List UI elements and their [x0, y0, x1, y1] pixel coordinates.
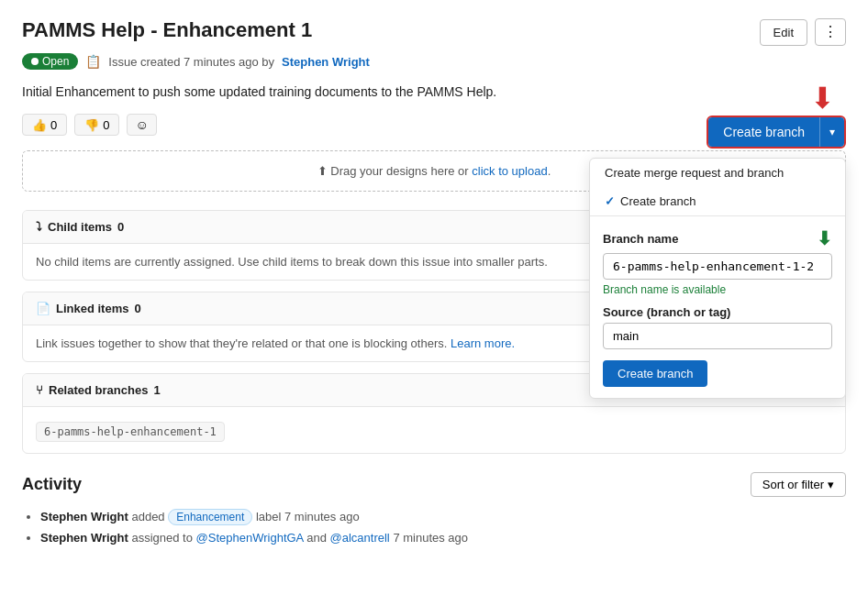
linked-items-text: Link issues together to show that they'r… [36, 336, 447, 350]
thumbs-up-count: 0 [50, 118, 57, 132]
thumbs-up-button[interactable]: 👍 0 [22, 114, 67, 136]
create-branch-submit-button[interactable]: Create branch [603, 360, 707, 387]
activity-action-2: assigned to [131, 531, 195, 545]
create-branch-chevron-button[interactable]: ▾ [819, 117, 844, 147]
branch-icon: ⑂ [36, 383, 43, 397]
connector: and [306, 531, 329, 545]
green-arrow-icon: ⬇ [817, 227, 832, 249]
activity-title: Activity [22, 475, 82, 494]
activity-author-2: Stephen Wright [40, 531, 128, 545]
activity-header: Activity Sort or filter ▾ [22, 472, 846, 497]
sort-filter-button[interactable]: Sort or filter ▾ [751, 472, 846, 497]
more-button[interactable]: ⋮ [815, 18, 846, 46]
dropdown-form: Branch name ⬇ Branch name is available S… [590, 216, 845, 398]
header-actions: Edit ⋮ [760, 18, 846, 46]
status-badge: Open [22, 53, 78, 70]
activity-suffix-1: label 7 minutes ago [256, 510, 360, 523]
user-link-2[interactable]: @alcantrell [330, 531, 390, 545]
activity-list: Stephen Wright added Enhancement label 7… [22, 510, 846, 545]
activity-author-1: Stephen Wright [40, 510, 128, 523]
source-input[interactable] [603, 323, 832, 349]
dropdown-item-label-1: Create merge request and branch [605, 166, 784, 180]
thumbs-down-count: 0 [103, 118, 109, 132]
thumbs-up-icon: 👍 [32, 118, 47, 132]
activity-action-1: added [131, 510, 168, 523]
linked-items-icon: 📄 [36, 302, 50, 315]
child-items-text: No child items are currently assigned. U… [36, 255, 548, 269]
emoji-icon: ☺ [135, 117, 148, 132]
issue-meta: Open 📋 Issue created 7 minutes ago by St… [22, 53, 846, 70]
label-badge: Enhancement [168, 509, 252, 525]
author-link[interactable]: Stephen Wright [282, 55, 370, 69]
create-branch-wrapper: Create branch ▾ [707, 116, 846, 149]
branch-name-input[interactable] [603, 253, 832, 280]
sort-filter-label: Sort or filter [762, 478, 824, 491]
create-branch-btn-group: Create branch ▾ [707, 116, 846, 149]
thumbs-down-button[interactable]: 👎 0 [74, 114, 119, 136]
user-link-1[interactable]: @StephenWrightGA [196, 531, 304, 545]
related-branches-title: Related branches [49, 383, 148, 397]
related-branches-body: 6-pamms-help-enhancement-1 [23, 407, 845, 453]
branch-tag: 6-pamms-help-enhancement-1 [36, 422, 225, 442]
thumbs-down-icon: 👎 [84, 118, 99, 132]
page-title: PAMMS Help - Enhancement 1 [22, 18, 312, 42]
issue-description: Initial Enhancement to push some updated… [22, 84, 846, 99]
dropdown-item-merge-request[interactable]: Create merge request and branch [590, 159, 845, 187]
issue-icon: 📋 [85, 54, 101, 69]
branch-availability-message: Branch name is available [603, 283, 832, 296]
child-items-title: Child items [48, 220, 112, 234]
red-arrow-indicator: ⬇ [810, 81, 835, 116]
upload-icon: ⬆ [317, 164, 328, 178]
upload-text: Drag your designs here or [330, 164, 468, 178]
list-item: Stephen Wright assigned to @StephenWrigh… [40, 531, 846, 545]
list-item: Stephen Wright added Enhancement label 7… [40, 510, 846, 523]
dropdown-item-label-2: Create branch [620, 194, 696, 208]
related-branches-count: 1 [153, 383, 160, 397]
status-label: Open [42, 55, 69, 68]
emoji-button[interactable]: ☺ [127, 114, 156, 136]
status-dot [31, 58, 39, 65]
child-items-count: 0 [117, 220, 124, 234]
learn-more-link[interactable]: Learn more. [451, 336, 515, 350]
source-label: Source (branch or tag) [603, 305, 832, 319]
upload-link[interactable]: click to upload [472, 164, 547, 178]
create-branch-button[interactable]: Create branch [708, 117, 819, 147]
branch-name-label: Branch name ⬇ [603, 227, 832, 249]
linked-items-title: Linked items [56, 302, 128, 315]
linked-items-count: 0 [134, 302, 140, 315]
created-text: Issue created 7 minutes ago by [108, 55, 274, 69]
activity-section: Activity Sort or filter ▾ Stephen Wright… [22, 472, 846, 545]
child-items-icon: ⤵ [36, 220, 42, 234]
edit-button[interactable]: Edit [760, 19, 807, 46]
dropdown-panel: Create merge request and branch Create b… [589, 158, 846, 399]
dropdown-item-branch[interactable]: Create branch [590, 187, 845, 215]
chevron-down-icon: ▾ [828, 478, 834, 491]
activity-suffix-2: 7 minutes ago [393, 531, 468, 545]
